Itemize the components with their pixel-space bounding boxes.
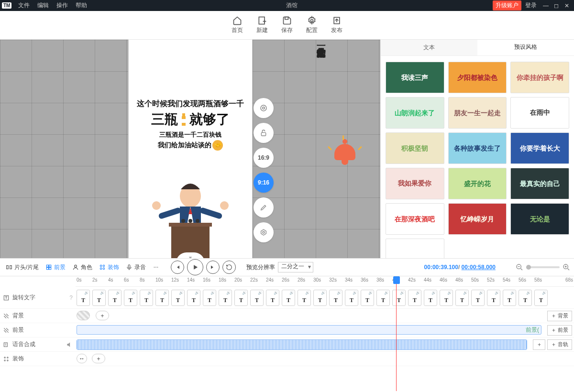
text-clip[interactable]: T xyxy=(408,290,421,306)
text-clip[interactable]: T xyxy=(313,290,327,306)
bg-clip[interactable] xyxy=(77,311,90,320)
text-clip[interactable]: T xyxy=(487,290,500,306)
zoom-out-icon[interactable] xyxy=(516,263,523,271)
play-button[interactable] xyxy=(187,259,203,275)
menu-action[interactable]: 操作 xyxy=(53,1,72,10)
text-clip[interactable]: T xyxy=(124,290,137,306)
toolbar-home[interactable]: 首页 xyxy=(232,16,243,34)
text-clip[interactable]: T xyxy=(234,290,248,306)
decor-lane[interactable]: ↔ ＋ xyxy=(76,352,574,366)
toolbar-config[interactable]: 配置 xyxy=(306,16,318,34)
template-card[interactable]: 最真实的自己 xyxy=(510,168,569,199)
ratio-16-9-button[interactable]: 16:9 xyxy=(254,148,274,168)
template-card[interactable]: 盛开的花 xyxy=(448,168,507,199)
template-card[interactable]: 无论是 xyxy=(510,203,569,235)
ratio-9-16-button[interactable]: 9:16 xyxy=(254,173,274,193)
template-card[interactable]: 忆峥嵘岁月 xyxy=(448,203,507,235)
target-button[interactable] xyxy=(254,98,274,118)
upgrade-button[interactable]: 升级账户 xyxy=(493,0,521,11)
text-clip[interactable]: T xyxy=(171,290,185,306)
text-clip[interactable]: T xyxy=(345,290,358,306)
template-card[interactable]: 各种故事发生了 xyxy=(448,132,507,164)
toolbar-publish[interactable]: 发布 xyxy=(331,16,342,34)
template-card[interactable]: 在雨中 xyxy=(510,97,569,129)
canvas-text-2[interactable]: 三瓶 就够了 xyxy=(129,110,252,129)
text-clip[interactable]: T xyxy=(187,290,200,306)
canvas-vertical-text[interactable]: 这是一个非常大的广告 xyxy=(301,41,326,179)
maximize-icon[interactable]: ◻ xyxy=(551,2,562,9)
add-decor-clip[interactable]: ＋ xyxy=(92,354,105,363)
template-card[interactable]: 我如果爱你 xyxy=(386,168,444,199)
zoom-in-icon[interactable] xyxy=(563,263,570,271)
text-clip[interactable]: T xyxy=(108,290,121,306)
bg-lane[interactable]: ＋ xyxy=(76,309,547,323)
toolbar-save[interactable]: 保存 xyxy=(281,16,293,34)
tab-text[interactable]: 文本 xyxy=(381,40,477,55)
text-clip[interactable]: T xyxy=(77,290,90,306)
fg-lane[interactable]: 前景( xyxy=(76,323,547,337)
headtail-button[interactable]: 片头/片尾 xyxy=(4,262,41,272)
add-tts-clip[interactable]: ＋ xyxy=(533,339,545,350)
speaker-character[interactable] xyxy=(145,177,236,258)
decor-button[interactable]: 装饰 xyxy=(97,262,121,272)
text-clip[interactable]: T xyxy=(455,290,469,306)
text-clip[interactable]: T xyxy=(92,290,106,306)
text-clip[interactable]: T xyxy=(266,290,279,306)
canvas-area[interactable]: 这个时候我们发现两瓶酒够一千 三瓶 就够了 三瓶酒是一千二百块钱 我们给加油站谈… xyxy=(0,40,380,258)
template-card[interactable]: 积极坚韧 xyxy=(386,132,444,164)
add-background-button[interactable]: ＋背景 xyxy=(547,311,572,321)
text-clip[interactable]: T xyxy=(424,290,437,306)
text-clip[interactable]: T xyxy=(282,290,295,306)
text-clip[interactable]: T xyxy=(250,290,264,306)
stage-phone[interactable]: 这个时候我们发现两瓶酒够一千 三瓶 就够了 三瓶酒是一千二百块钱 我们给加油站谈… xyxy=(129,40,252,258)
canvas-text-1[interactable]: 这个时候我们发现两瓶酒够一千 xyxy=(129,99,252,109)
text-clip[interactable]: T xyxy=(519,290,532,306)
settings-button[interactable] xyxy=(254,222,274,242)
add-foreground-button[interactable]: ＋前景 xyxy=(547,325,572,336)
login-button[interactable]: 登录 xyxy=(525,1,537,10)
decor-clip[interactable]: ↔ xyxy=(77,354,87,363)
add-bg-clip[interactable]: ＋ xyxy=(96,311,109,320)
canvas-text-3[interactable]: 三瓶酒是一千二百块钱 xyxy=(129,131,252,139)
text-clip[interactable]: T xyxy=(440,290,453,306)
menu-file[interactable]: 文件 xyxy=(14,1,33,10)
help-icon[interactable]: ? xyxy=(69,294,73,301)
template-card[interactable]: 你要学着长大 xyxy=(510,132,569,164)
more-button[interactable] xyxy=(151,263,161,272)
template-grid[interactable]: 我读三声夕阳都被染色你牵挂的孩子啊山朗润起来了朋友一生一起走在雨中积极坚韧各种故… xyxy=(381,56,574,258)
add-audio-track-button[interactable]: ＋音轨 xyxy=(547,339,572,350)
text-clip[interactable]: T xyxy=(219,290,232,306)
role-button[interactable]: 角色 xyxy=(70,262,94,272)
edit-button[interactable] xyxy=(254,197,274,218)
speaker-icon[interactable] xyxy=(66,341,73,348)
template-card[interactable]: 在那深夜酒吧 xyxy=(386,203,444,235)
text-clip[interactable]: T xyxy=(203,290,216,306)
prev-button[interactable] xyxy=(171,261,184,274)
lock-button[interactable] xyxy=(254,123,274,143)
close-icon[interactable]: ✕ xyxy=(562,2,572,9)
template-card[interactable]: 山朗润起来了 xyxy=(386,97,444,129)
text-clip[interactable]: T xyxy=(140,290,153,306)
text-clip[interactable]: T xyxy=(503,290,516,306)
minimize-icon[interactable]: — xyxy=(541,2,551,9)
timecode-total[interactable]: 00:00:58.000 xyxy=(462,264,496,271)
loop-button[interactable] xyxy=(222,261,236,274)
foreground-button[interactable]: 前景 xyxy=(44,262,67,272)
text-clip[interactable]: T xyxy=(298,290,311,306)
text-clip[interactable]: T xyxy=(534,290,548,306)
tab-preset[interactable]: 预设风格 xyxy=(477,40,574,55)
text-clip[interactable]: T xyxy=(361,290,374,306)
menu-help[interactable]: 帮助 xyxy=(72,1,91,10)
menu-edit[interactable]: 编辑 xyxy=(33,1,53,10)
zoom-slider[interactable] xyxy=(526,266,560,268)
template-card[interactable]: 夕阳都被染色 xyxy=(448,62,507,93)
record-button[interactable]: 录音 xyxy=(124,262,148,272)
bell-graphic[interactable] xyxy=(332,139,358,165)
text-clip[interactable]: T xyxy=(471,290,485,306)
canvas-text-4[interactable]: 我们给加油站谈的 🤝 xyxy=(129,140,252,151)
template-card[interactable]: 你牵挂的孩子啊 xyxy=(510,62,569,93)
time-ruler[interactable]: 68s 0s2s4s6s8s10s12s14s16s18s20s22s24s26… xyxy=(76,276,574,287)
toolbar-new[interactable]: 新建 xyxy=(256,16,268,34)
text-clip[interactable]: T xyxy=(376,290,390,306)
text-clip-lane[interactable]: TTTTTTTTTTTTTTTTTTTTTTTTTTTTTT xyxy=(76,287,574,308)
